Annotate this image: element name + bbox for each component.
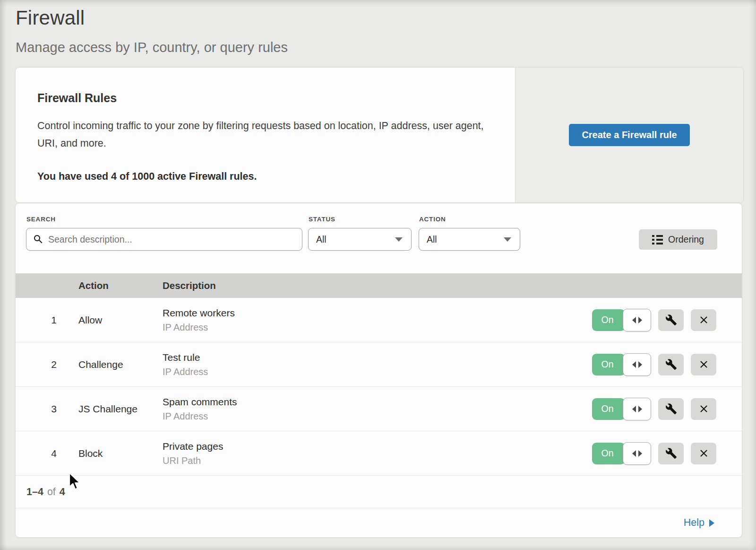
ordering-button[interactable]: Ordering: [639, 229, 717, 250]
rule-controls: On: [592, 309, 742, 331]
rule-match-type: IP Address: [163, 367, 592, 377]
arrow-left-icon: [632, 406, 636, 412]
edit-rule-button[interactable]: [658, 354, 684, 375]
rule-match-type: IP Address: [163, 411, 592, 422]
search-box[interactable]: [26, 228, 302, 251]
delete-rule-button[interactable]: [691, 309, 716, 331]
pagination-range: 1–4: [26, 486, 43, 498]
firewall-rules-usage: You have used 4 of 1000 active Firewall …: [37, 171, 487, 183]
page-header: Firewall Manage access by IP, country, o…: [0, 0, 756, 55]
rule-action: Allow: [78, 314, 163, 326]
firewall-rules-card-info: Firewall Rules Control incoming traffic …: [16, 68, 515, 202]
toggle-on-label: On: [592, 309, 625, 331]
table-row: 3 JS Challenge Spam comments IP Address …: [16, 387, 742, 431]
firewall-rules-description: Control incoming traffic to your zone by…: [37, 117, 486, 152]
pagination-of: of: [47, 486, 56, 498]
rule-description-cell: Spam comments IP Address: [163, 396, 592, 422]
page-title: Firewall: [16, 7, 756, 29]
edit-rule-button[interactable]: [658, 443, 684, 464]
table-header: Action Description: [16, 273, 742, 298]
list-icon: [652, 235, 663, 244]
chevron-down-icon: [395, 237, 403, 242]
toggle-handle[interactable]: [623, 398, 651, 420]
help-link[interactable]: Help: [684, 517, 714, 529]
close-icon: [698, 358, 710, 370]
filter-bar: SEARCH STATUS All ACTION All Ordering: [16, 203, 742, 273]
toggle-handle[interactable]: [623, 353, 651, 376]
rule-description: Private pages: [163, 441, 592, 452]
action-select[interactable]: All: [419, 228, 520, 251]
rule-description: Remote workers: [163, 307, 592, 319]
arrow-left-icon: [632, 450, 636, 457]
status-label: STATUS: [309, 216, 335, 223]
help-link-label: Help: [684, 517, 704, 529]
rule-description-cell: Test rule IP Address: [163, 352, 592, 377]
toggle-handle[interactable]: [623, 309, 651, 332]
rule-description: Test rule: [163, 352, 592, 363]
card-footer: Help: [16, 508, 742, 537]
rule-description-cell: Remote workers IP Address: [163, 307, 592, 333]
edit-rule-button[interactable]: [658, 398, 684, 420]
pagination: 1–4 of 4: [16, 476, 742, 508]
column-header-action: Action: [78, 280, 163, 291]
table-row: 4 Block Private pages URI Path On: [16, 431, 742, 476]
arrow-right-icon: [638, 361, 642, 368]
wrench-icon: [665, 314, 677, 326]
table-row: 1 Allow Remote workers IP Address On: [16, 298, 742, 342]
edit-rule-button[interactable]: [658, 309, 684, 331]
wrench-icon: [665, 447, 677, 459]
wrench-icon: [665, 358, 677, 370]
rule-description: Spam comments: [163, 396, 592, 408]
table-row: 2 Challenge Test rule IP Address On: [16, 342, 742, 387]
arrow-right-icon: [638, 450, 642, 457]
search-icon: [33, 234, 44, 245]
close-icon: [698, 314, 710, 326]
ordering-button-label: Ordering: [668, 234, 704, 245]
arrow-left-icon: [632, 361, 636, 368]
search-label: SEARCH: [26, 216, 56, 223]
pagination-total: 4: [60, 486, 65, 498]
page-subtitle: Manage access by IP, country, or query r…: [16, 40, 756, 55]
toggle-on-label: On: [592, 398, 625, 420]
delete-rule-button[interactable]: [691, 398, 716, 420]
rule-controls: On: [592, 398, 742, 420]
rule-enabled-toggle[interactable]: On: [592, 443, 651, 464]
rule-enabled-toggle[interactable]: On: [592, 309, 651, 331]
action-label: ACTION: [419, 216, 446, 223]
close-icon: [698, 447, 710, 459]
column-header-description: Description: [163, 280, 742, 291]
wrench-icon: [665, 403, 677, 415]
toggle-on-label: On: [592, 443, 625, 464]
rule-priority: 3: [16, 403, 78, 415]
rule-match-type: IP Address: [163, 322, 592, 333]
rule-match-type: URI Path: [163, 455, 592, 466]
rule-controls: On: [592, 354, 742, 375]
delete-rule-button[interactable]: [691, 443, 716, 464]
arrow-left-icon: [632, 317, 636, 323]
firewall-rules-title: Firewall Rules: [37, 91, 487, 105]
rule-enabled-toggle[interactable]: On: [592, 354, 651, 375]
rule-priority: 4: [16, 448, 78, 459]
search-input[interactable]: [48, 234, 294, 245]
rule-action: Block: [78, 448, 163, 459]
toggle-on-label: On: [592, 354, 625, 375]
rule-enabled-toggle[interactable]: On: [592, 398, 651, 420]
close-icon: [698, 403, 710, 415]
status-select[interactable]: All: [308, 228, 412, 251]
status-select-value: All: [316, 234, 326, 245]
action-select-value: All: [427, 234, 437, 245]
rule-description-cell: Private pages URI Path: [163, 441, 592, 466]
rule-action: JS Challenge: [78, 403, 163, 415]
rule-controls: On: [592, 443, 742, 464]
rule-action: Challenge: [78, 359, 163, 370]
toggle-handle[interactable]: [623, 442, 651, 465]
rule-priority: 2: [16, 359, 78, 370]
firewall-rules-card: Firewall Rules Control incoming traffic …: [16, 68, 743, 202]
create-firewall-rule-button[interactable]: Create a Firewall rule: [569, 124, 689, 146]
delete-rule-button[interactable]: [691, 354, 716, 375]
arrow-right-icon: [638, 317, 642, 323]
firewall-rules-card-action-panel: Create a Firewall rule: [515, 68, 743, 202]
help-arrow-icon: [709, 519, 714, 527]
arrow-right-icon: [638, 406, 642, 412]
rule-priority: 1: [16, 314, 78, 326]
